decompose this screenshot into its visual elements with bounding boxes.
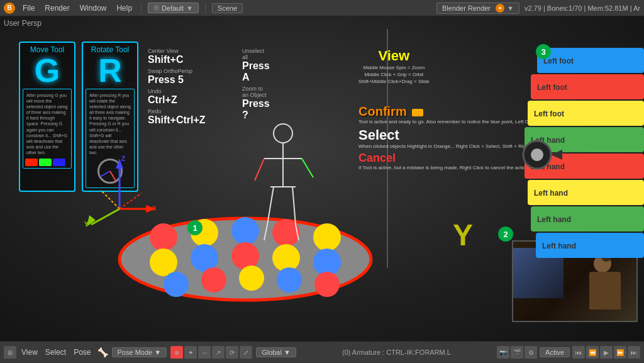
playback-icon-2[interactable]: ⏪ <box>586 346 599 359</box>
menu-window[interactable]: Window <box>77 3 109 14</box>
bottom-bar: ⊞ View Select Pose 🦴 Pose Mode ▼ ⊕ ✦ ↔ ↗… <box>0 341 644 363</box>
svg-point-13 <box>239 265 264 291</box>
tool-icon-2[interactable]: ✦ <box>184 346 197 359</box>
svg-line-30 <box>255 159 264 181</box>
shortcut-swap-label: Swap OrthoPersp <box>148 68 206 74</box>
separator <box>205 3 206 14</box>
svg-line-36 <box>296 225 299 240</box>
menu-file[interactable]: File <box>20 3 37 14</box>
separator <box>141 3 142 14</box>
playback-icon-4[interactable]: ⏩ <box>614 346 626 359</box>
shortcut-redo-key: Shift+Ctrl+Z <box>148 114 206 126</box>
rotate-tool-desc: After pressing R you will rotate the sel… <box>88 91 132 157</box>
svg-line-34 <box>264 225 267 240</box>
view-info-line-1: Middle Click + Grip = Orbit <box>358 71 430 78</box>
svg-text:Y: Y <box>84 221 89 228</box>
svg-point-6 <box>150 249 177 276</box>
move-tool-letter: G <box>23 54 72 87</box>
scene-selector[interactable]: Scene <box>212 3 243 13</box>
coord-system-selector[interactable]: Global ▼ <box>256 347 296 357</box>
render-engine-icon: ● <box>496 4 504 13</box>
view-title: View <box>358 48 430 64</box>
render-icon-3[interactable]: ⚙ <box>525 346 537 359</box>
shortcut-redo-label: Redo <box>148 108 206 114</box>
workspace-selector[interactable]: ⊞ Default ▼ <box>148 3 199 13</box>
svg-point-8 <box>231 242 259 270</box>
svg-text:Left hand: Left hand <box>534 189 568 198</box>
view-info-line-2: Shift+Middle Click+Drag = Slide <box>358 78 430 85</box>
confirm-icon <box>412 109 423 116</box>
shortcut-unselect: Unselect all Press A <box>242 48 270 83</box>
tool-icon-6[interactable]: ⤢ <box>240 346 252 359</box>
shortcut-col2: Unselect all Press A Zoom to an Object P… <box>242 48 270 123</box>
3d-viewport[interactable]: User Persp Y Move Tool G After pressing … <box>0 16 644 341</box>
expand-icon[interactable]: ⊞ <box>4 346 16 359</box>
armature-icon: 🦴 <box>97 347 108 357</box>
svg-point-9 <box>272 244 300 272</box>
svg-point-14 <box>277 267 302 293</box>
shortcut-redo: Redo Shift+Ctrl+Z <box>148 108 206 126</box>
stick-figure <box>252 118 314 243</box>
render-engine-selector[interactable]: Blender Render ● ▼ <box>436 3 519 14</box>
shortcut-center-view-key: Shift+C <box>148 54 206 65</box>
bottom-menu-view[interactable]: View <box>19 347 40 358</box>
svg-line-31 <box>302 159 313 177</box>
shortcut-zoom-label: Zoom to an Object <box>242 86 270 98</box>
shortcut-swap: Swap OrthoPersp Press 5 <box>148 68 206 86</box>
tool-icon-4[interactable]: ↗ <box>212 346 225 359</box>
tool-icon-3[interactable]: ↔ <box>198 346 211 359</box>
render-icons: 📷 🎬 ⚙ <box>497 346 537 359</box>
shortcut-center-view-label: Center View <box>148 48 206 54</box>
svg-text:Left foot: Left foot <box>537 83 567 92</box>
svg-point-5 <box>313 223 341 251</box>
svg-point-11 <box>164 272 189 297</box>
status-text: (0) Armature : CTRL-IK:FORARM.L <box>342 349 451 356</box>
shortcut-zoom: Zoom to an Object Press ? <box>242 86 270 121</box>
menu-help[interactable]: Help <box>114 3 135 14</box>
view-info-line-0: Middle Mouse Spin = Zoom <box>358 64 430 71</box>
svg-point-27 <box>274 124 292 143</box>
move-tool-card: Move Tool G After pressing G you will mo… <box>19 42 75 192</box>
badge-1: 1 <box>187 220 203 235</box>
shortcut-center-view: Center View Shift+C <box>148 48 206 65</box>
version-info: v2.79 | Bones:1/70 | Mem:52.81M | Ar <box>525 4 640 12</box>
svg-line-25 <box>101 190 119 209</box>
render-icon-1[interactable]: 📷 <box>497 346 509 359</box>
render-icon-2[interactable]: 🎬 <box>511 346 523 359</box>
top-bar: B File Render Window Help ⊞ Default ▼ Sc… <box>0 0 644 16</box>
playback-icon-1[interactable]: ⏮ <box>572 346 585 359</box>
view-panel: View Middle Mouse Spin = Zoom Middle Cli… <box>358 48 430 86</box>
svg-line-20 <box>91 209 119 225</box>
svg-text:Left hand: Left hand <box>537 215 571 224</box>
rotate-tool-letter: R <box>86 54 135 87</box>
badge-3: 3 <box>536 44 551 59</box>
playback-icon-3[interactable]: ▶ <box>600 346 613 359</box>
playback-icon-5[interactable]: ⏭ <box>628 346 640 359</box>
svg-text:Z: Z <box>121 155 125 162</box>
svg-point-15 <box>314 272 340 297</box>
menu-render[interactable]: Render <box>42 3 72 14</box>
shortcut-unselect-label: Unselect all <box>242 48 270 60</box>
svg-text:Left hand: Left hand <box>542 242 576 250</box>
bottom-menu-select[interactable]: Select <box>43 347 69 358</box>
shortcut-undo: Undo Ctrl+Z <box>148 88 206 106</box>
tool-icon-1[interactable]: ⊕ <box>170 346 183 359</box>
blender-logo: B <box>4 3 15 14</box>
spinner-wheel: Left foot Left foot Left foot Left hand … <box>518 48 644 262</box>
svg-text:Left foot: Left foot <box>543 57 574 65</box>
bottom-menu-pose[interactable]: Pose <box>71 347 93 358</box>
tool-icon-5[interactable]: ⟳ <box>226 346 238 359</box>
mode-selector[interactable]: Pose Mode ▼ <box>112 347 167 357</box>
svg-text:Left foot: Left foot <box>534 109 564 118</box>
shortcut-undo-key: Ctrl+Z <box>148 94 206 106</box>
shortcut-unselect-key: Press A <box>242 60 270 83</box>
person-silhouette <box>567 252 630 321</box>
svg-line-26 <box>119 193 142 209</box>
active-badge[interactable]: Active <box>540 347 570 357</box>
svg-point-54 <box>531 148 543 161</box>
svg-line-33 <box>267 187 274 225</box>
y-axis-label: Y <box>453 218 473 252</box>
shortcut-undo-label: Undo <box>148 88 206 94</box>
badge-2: 2 <box>498 226 513 242</box>
svg-point-12 <box>201 267 226 293</box>
